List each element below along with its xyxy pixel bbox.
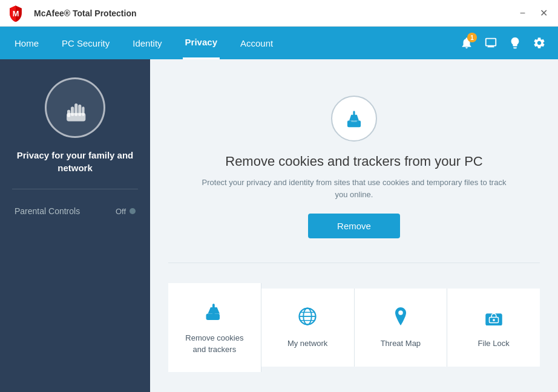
close-button[interactable]: ✕ [537, 7, 551, 19]
card-file-lock[interactable]: File Lock [447, 289, 540, 366]
app-logo: M McAfee® Total Protection [7, 5, 137, 22]
sidebar-icon-circle [45, 77, 105, 138]
card-cookies-icon [203, 300, 225, 327]
nav-item-home[interactable]: Home [12, 27, 41, 59]
app-title: McAfee® Total Protection [34, 8, 137, 18]
card-remove-cookies[interactable]: Remove cookies and trackers [168, 283, 261, 371]
parental-controls-row[interactable]: Parental Controls Off [12, 201, 138, 221]
main-layout: Privacy for your family and network Pare… [0, 59, 558, 392]
monitor-button[interactable] [484, 36, 497, 50]
title-bar: M McAfee® Total Protection − ✕ [0, 0, 558, 27]
lightbulb-button[interactable] [508, 36, 522, 50]
sidebar-title: Privacy for your family and network [12, 149, 138, 174]
svg-point-24 [493, 319, 495, 322]
parental-controls-label: Parental Controls [15, 206, 80, 216]
sidebar-divider [12, 189, 138, 189]
svg-point-19 [398, 311, 403, 316]
notification-badge: 1 [467, 33, 477, 42]
sidebar: Privacy for your family and network Pare… [0, 59, 150, 392]
nav-item-identity[interactable]: Identity [130, 27, 164, 59]
broom-icon [343, 107, 366, 130]
content-area: Remove cookies and trackers from your PC… [150, 59, 558, 392]
mcafee-shield-icon: M [7, 5, 24, 22]
card-threat-map[interactable]: Threat Map [355, 289, 448, 366]
card-network-label: My network [287, 338, 327, 349]
nav-bar: Home PC Security Identity Privacy Accoun… [0, 27, 558, 59]
minimize-button[interactable]: − [517, 7, 528, 19]
hero-title: Remove cookies and trackers from your PC [225, 154, 483, 169]
hero-section: Remove cookies and trackers from your PC… [168, 77, 540, 256]
card-cookies-label: Remove cookies and trackers [178, 333, 251, 354]
card-filelock-label: File Lock [478, 338, 510, 349]
hand-icon [59, 92, 91, 123]
hero-icon-circle [331, 96, 377, 142]
cards-area: Remove cookies and trackers My network [168, 263, 540, 392]
svg-rect-11 [206, 314, 220, 321]
svg-marker-9 [349, 115, 359, 121]
svg-marker-13 [208, 307, 220, 314]
card-threat-label: Threat Map [381, 338, 421, 349]
parental-controls-status-text: Off [116, 207, 126, 216]
nav-items: Home PC Security Identity Privacy Accoun… [12, 27, 460, 59]
parental-controls-status: Off [116, 207, 136, 216]
lightbulb-icon [508, 36, 522, 50]
card-network-icon [297, 305, 318, 332]
svg-rect-10 [351, 120, 357, 122]
notification-button[interactable]: 1 [460, 36, 473, 50]
window-controls: − ✕ [517, 7, 551, 19]
card-threat-icon [390, 305, 412, 332]
gear-icon [533, 36, 546, 50]
nav-item-account[interactable]: Account [238, 27, 275, 59]
nav-item-pc-security[interactable]: PC Security [59, 27, 112, 59]
card-filelock-icon [483, 305, 505, 332]
settings-button[interactable] [533, 36, 546, 50]
nav-icons: 1 [460, 36, 546, 50]
hero-subtitle: Protect your privacy and identity from s… [197, 177, 511, 200]
card-my-network[interactable]: My network [261, 289, 355, 366]
svg-text:M: M [13, 8, 19, 18]
toggle-indicator [130, 208, 136, 214]
monitor-icon [484, 36, 497, 50]
remove-button[interactable]: Remove [308, 214, 400, 238]
nav-item-privacy[interactable]: Privacy [183, 27, 220, 59]
svg-rect-6 [67, 113, 85, 122]
